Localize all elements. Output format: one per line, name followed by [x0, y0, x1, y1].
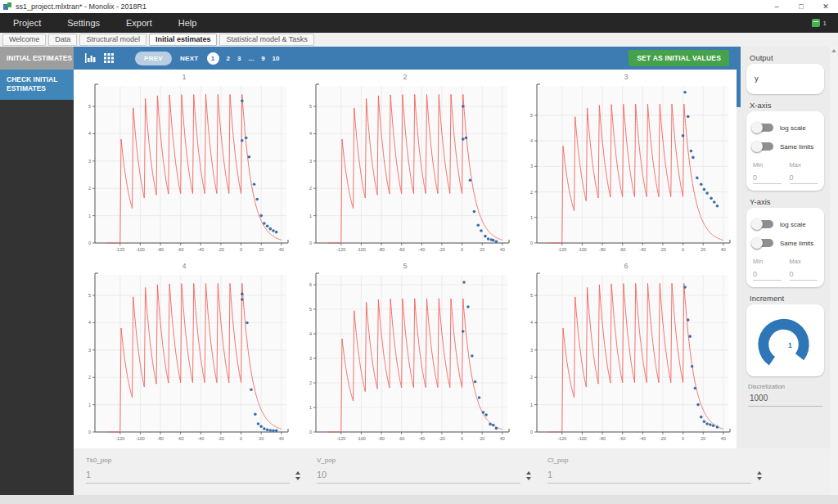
toggle-knob: [751, 237, 763, 249]
charts-grid: 1-120-100-80-60-40-2002040012345 2-120-1…: [74, 70, 737, 448]
menu-export[interactable]: Export: [113, 13, 165, 33]
increment-card: 1: [746, 304, 824, 376]
cl-pop-input[interactable]: 1: [547, 470, 751, 484]
next-button[interactable]: NEXT: [180, 55, 199, 62]
svg-text:0: 0: [240, 247, 242, 252]
svg-text:1: 1: [88, 214, 91, 218]
subplot-title: 5: [295, 259, 516, 270]
increment-dial[interactable]: 1: [750, 308, 821, 372]
stepper-down-icon[interactable]: [526, 477, 531, 480]
tk0-pop-input[interactable]: 1: [86, 470, 290, 484]
x-max-input[interactable]: 0: [790, 173, 818, 184]
y-axis-section-label: Y-axis: [750, 197, 824, 206]
menu-help[interactable]: Help: [165, 13, 210, 33]
svg-text:0: 0: [240, 436, 242, 441]
chart-view-icon[interactable]: [85, 53, 96, 63]
svg-text:4: 4: [530, 138, 533, 143]
svg-text:5: 5: [530, 113, 533, 118]
y-max-input[interactable]: 0: [790, 270, 818, 281]
svg-text:40: 40: [500, 247, 505, 252]
svg-text:0: 0: [309, 241, 312, 245]
subplot-4: 4-120-100-80-60-40-2002040012345: [74, 259, 295, 448]
maximize-button[interactable]: □: [789, 0, 813, 13]
x-log-scale-toggle[interactable]: [753, 124, 773, 132]
notification-icon[interactable]: [812, 19, 820, 27]
minimize-button[interactable]: –: [764, 0, 789, 13]
svg-text:40: 40: [721, 247, 726, 252]
v-pop-stepper[interactable]: [526, 471, 531, 484]
discretization-input[interactable]: 1000: [748, 394, 822, 407]
page-9[interactable]: 9: [261, 55, 264, 62]
menu-settings[interactable]: Settings: [54, 13, 113, 33]
svg-text:0: 0: [461, 436, 463, 441]
subplot-5: 5-120-100-80-60-40-20020400123456: [295, 259, 516, 448]
y-same-limits-label: Same limits: [780, 240, 813, 247]
monolix-window: ss1_project.mlxtran* - Monolix - 2018R1 …: [0, 0, 838, 504]
svg-text:0: 0: [682, 247, 684, 252]
cl-pop-stepper[interactable]: [757, 471, 762, 484]
pagination: 1 2 3 ... 9 10: [207, 52, 280, 65]
svg-text:-20: -20: [218, 247, 224, 252]
svg-text:5: 5: [530, 293, 533, 298]
tab-data[interactable]: Data: [48, 34, 77, 46]
stepper-down-icon[interactable]: [295, 477, 300, 480]
svg-text:-60: -60: [619, 247, 626, 252]
svg-text:5: 5: [309, 307, 312, 312]
y-log-scale-toggle[interactable]: [753, 220, 773, 228]
sidebar-item-check-initial-estimates[interactable]: CHECK INITIAL ESTIMATES: [0, 70, 74, 100]
scroll-up-icon[interactable]: [830, 47, 838, 55]
svg-text:-80: -80: [378, 436, 385, 441]
tab-structural-model[interactable]: Structural model: [79, 34, 146, 46]
panel-scrollbar[interactable]: [830, 47, 838, 504]
stepper-up-icon[interactable]: [757, 471, 762, 475]
svg-text:-100: -100: [357, 436, 366, 441]
page-3[interactable]: 3: [237, 55, 241, 62]
y-same-limits-toggle[interactable]: [753, 239, 773, 247]
grid-view-icon[interactable]: [104, 53, 114, 63]
svg-text:1: 1: [530, 403, 533, 407]
stepper-up-icon[interactable]: [526, 471, 531, 475]
svg-text:20: 20: [259, 247, 264, 252]
svg-text:0: 0: [530, 430, 533, 434]
x-same-limits-toggle[interactable]: [753, 142, 773, 151]
y-log-scale-label: log scale: [780, 221, 806, 228]
svg-text:0: 0: [309, 430, 312, 434]
svg-text:-120: -120: [115, 436, 124, 441]
settings-panel: Output y X-axis log scale Same limits Mi…: [741, 47, 830, 448]
prev-button[interactable]: PREV: [135, 52, 172, 65]
tab-initial-estimates[interactable]: Initial estimates: [149, 34, 218, 46]
svg-text:-80: -80: [157, 247, 164, 252]
tab-welcome[interactable]: Welcome: [2, 34, 46, 46]
svg-text:-60: -60: [399, 247, 405, 252]
increment-value: 1: [788, 341, 792, 349]
svg-text:1: 1: [88, 403, 91, 407]
page-10[interactable]: 10: [273, 55, 280, 62]
stepper-up-icon[interactable]: [295, 471, 300, 475]
svg-text:-40: -40: [418, 247, 425, 252]
v-pop-input[interactable]: 10: [317, 470, 520, 484]
svg-text:4: 4: [309, 331, 312, 336]
page-1[interactable]: 1: [207, 52, 219, 65]
page-2[interactable]: 2: [227, 55, 230, 62]
svg-text:-120: -120: [557, 247, 566, 252]
toggle-knob: [751, 122, 763, 133]
window-title: ss1_project.mlxtran* - Monolix - 2018R1: [16, 2, 146, 11]
svg-text:2: 2: [88, 375, 91, 380]
x-max-label: Max: [790, 161, 818, 169]
output-select[interactable]: y: [753, 70, 818, 88]
y-max-label: Max: [790, 258, 818, 265]
tk0-pop-stepper[interactable]: [295, 471, 300, 484]
y-min-input[interactable]: 0: [753, 270, 782, 281]
stepper-down-icon[interactable]: [757, 477, 762, 480]
close-button[interactable]: ✕: [813, 0, 838, 13]
svg-text:0: 0: [682, 436, 684, 441]
menu-project[interactable]: Project: [0, 13, 54, 33]
svg-text:-80: -80: [378, 247, 385, 252]
menubar: Project Settings Export Help 1: [0, 13, 838, 33]
svg-text:-40: -40: [639, 436, 646, 441]
x-min-input[interactable]: 0: [753, 173, 782, 184]
bottom-strip: [0, 495, 838, 504]
param-label: Cl_pop: [547, 457, 762, 464]
tab-statistical-model-tasks[interactable]: Statistical model & Tasks: [219, 34, 313, 46]
set-as-initial-values-button[interactable]: SET AS INITIAL VALUES: [628, 50, 729, 66]
